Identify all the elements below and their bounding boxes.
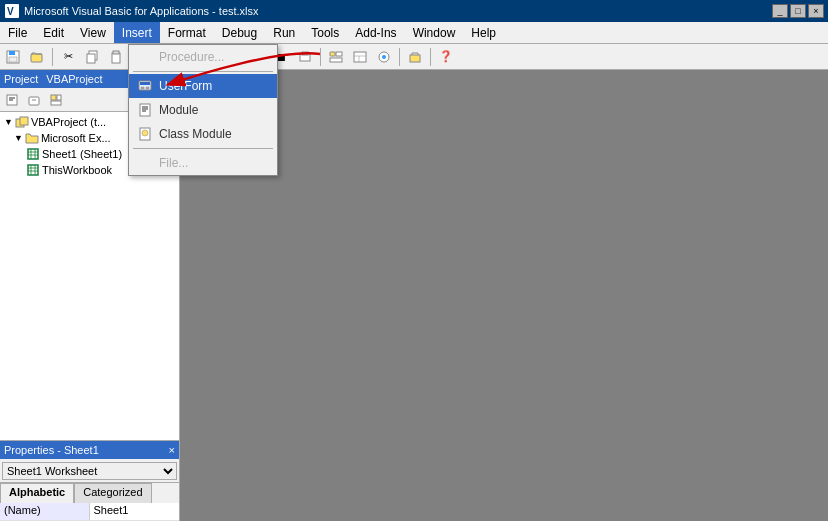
file-icon bbox=[137, 155, 153, 171]
menu-bar: File Edit View Insert Format Debug Run T… bbox=[0, 22, 828, 44]
tree-vbaproject-label: VBAProject (t... bbox=[31, 116, 106, 128]
main-area: Project VBAProject ▼ VBAProject (t... ▼ bbox=[0, 70, 828, 521]
project-toggle-btn[interactable] bbox=[46, 90, 66, 110]
toolbar-separator-1 bbox=[52, 48, 53, 66]
properties-close-btn[interactable]: × bbox=[169, 444, 175, 456]
insert-menu-classmodule[interactable]: Class Module bbox=[129, 122, 277, 146]
svg-rect-30 bbox=[20, 117, 28, 125]
tree-vba-icon bbox=[15, 115, 29, 129]
svg-rect-26 bbox=[51, 95, 56, 100]
vbaproject-label: VBAProject bbox=[46, 73, 102, 85]
svg-rect-4 bbox=[9, 57, 17, 62]
toolbar-separator-5 bbox=[320, 48, 321, 66]
insert-menu-file: File... bbox=[129, 151, 277, 175]
insert-menu-separator-2 bbox=[133, 148, 273, 149]
menu-debug[interactable]: Debug bbox=[214, 22, 265, 43]
svg-rect-42 bbox=[140, 82, 150, 85]
properties-object-select[interactable]: Sheet1 Worksheet bbox=[2, 462, 177, 480]
insert-dropdown-menu: Procedure... UserForm Module Class Modul… bbox=[128, 44, 278, 176]
toolbar-open-btn[interactable] bbox=[26, 46, 48, 68]
menu-insert[interactable]: Insert bbox=[114, 22, 160, 43]
svg-rect-24 bbox=[29, 97, 39, 105]
svg-rect-31 bbox=[28, 149, 38, 159]
svg-rect-43 bbox=[141, 87, 144, 89]
toolbar-toolbox-btn[interactable] bbox=[404, 46, 426, 68]
menu-run[interactable]: Run bbox=[265, 22, 303, 43]
tree-expand-icon-2: ▼ bbox=[14, 133, 23, 143]
procedure-icon bbox=[137, 49, 153, 65]
insert-menu-module[interactable]: Module bbox=[129, 98, 277, 122]
svg-point-50 bbox=[142, 130, 148, 136]
tree-thisworkbook-label: ThisWorkbook bbox=[42, 164, 112, 176]
tab-alphabetic[interactable]: Alphabetic bbox=[0, 483, 74, 503]
module-icon bbox=[137, 102, 153, 118]
tree-expand-icon: ▼ bbox=[4, 117, 13, 127]
svg-rect-28 bbox=[51, 101, 61, 105]
menu-file[interactable]: File bbox=[0, 22, 35, 43]
toolbar-cut-btn[interactable]: ✂ bbox=[57, 46, 79, 68]
prop-key-name: (Name) bbox=[0, 503, 90, 520]
project-label: Project bbox=[4, 73, 38, 85]
svg-rect-5 bbox=[31, 54, 42, 62]
svg-text:V: V bbox=[7, 6, 14, 17]
project-view-code-btn[interactable] bbox=[2, 90, 22, 110]
userform-icon bbox=[137, 78, 153, 94]
toolbar-save-btn[interactable] bbox=[2, 46, 24, 68]
menu-window[interactable]: Window bbox=[405, 22, 464, 43]
insert-menu-procedure: Procedure... bbox=[129, 45, 277, 69]
title-bar: V Microsoft Visual Basic for Application… bbox=[0, 0, 828, 22]
maximize-button[interactable]: □ bbox=[790, 4, 806, 18]
svg-point-19 bbox=[382, 55, 386, 59]
properties-select-bar: Sheet1 Worksheet bbox=[0, 459, 179, 483]
window-title: Microsoft Visual Basic for Applications … bbox=[24, 5, 772, 17]
toolbar-help-btn[interactable]: ❓ bbox=[435, 46, 457, 68]
property-name-row: (Name) Sheet1 bbox=[0, 503, 179, 521]
svg-rect-20 bbox=[410, 55, 420, 62]
svg-rect-13 bbox=[330, 58, 342, 62]
tree-microsoftex-label: Microsoft Ex... bbox=[41, 132, 111, 144]
prop-val-name[interactable]: Sheet1 bbox=[90, 503, 180, 520]
toolbar-objectbrowser-btn[interactable] bbox=[373, 46, 395, 68]
menu-addins[interactable]: Add-Ins bbox=[347, 22, 404, 43]
menu-tools[interactable]: Tools bbox=[303, 22, 347, 43]
toolbar: ✂ 🔍 ↩ ↪ ▶ ⏸ ⏹ ❓ bbox=[0, 44, 828, 70]
svg-rect-45 bbox=[140, 104, 150, 116]
menu-help[interactable]: Help bbox=[463, 22, 504, 43]
project-view-object-btn[interactable] bbox=[24, 90, 44, 110]
properties-tabs: Alphabetic Categorized bbox=[0, 483, 179, 503]
tree-sheet1-label: Sheet1 (Sheet1) bbox=[42, 148, 122, 160]
tree-workbook-icon bbox=[26, 163, 40, 177]
menu-view[interactable]: View bbox=[72, 22, 114, 43]
insert-menu-userform[interactable]: UserForm bbox=[129, 74, 277, 98]
svg-rect-12 bbox=[330, 52, 335, 56]
svg-rect-7 bbox=[87, 54, 95, 63]
classmodule-icon bbox=[137, 126, 153, 142]
toolbar-separator-7 bbox=[430, 48, 431, 66]
svg-rect-44 bbox=[146, 87, 149, 89]
insert-menu-separator bbox=[133, 71, 273, 72]
svg-rect-27 bbox=[57, 95, 61, 100]
toolbar-projectexplorer-btn[interactable] bbox=[325, 46, 347, 68]
svg-rect-15 bbox=[354, 52, 366, 62]
window-controls: _ □ × bbox=[772, 4, 824, 18]
tab-categorized[interactable]: Categorized bbox=[74, 483, 151, 503]
svg-rect-9 bbox=[113, 51, 119, 54]
toolbar-paste-btn[interactable] bbox=[105, 46, 127, 68]
svg-rect-3 bbox=[9, 51, 15, 55]
app-icon: V bbox=[4, 3, 20, 19]
svg-rect-11 bbox=[302, 52, 308, 55]
close-button[interactable]: × bbox=[808, 4, 824, 18]
properties-panel: Properties - Sheet1 × Sheet1 Worksheet A… bbox=[0, 440, 179, 521]
menu-edit[interactable]: Edit bbox=[35, 22, 72, 43]
tree-folder-icon bbox=[25, 131, 39, 145]
toolbar-design-btn[interactable] bbox=[294, 46, 316, 68]
toolbar-copy-btn[interactable] bbox=[81, 46, 103, 68]
properties-header: Properties - Sheet1 × bbox=[0, 441, 179, 459]
properties-table: (Name) Sheet1 bbox=[0, 503, 179, 521]
svg-rect-36 bbox=[28, 165, 38, 175]
tree-sheet-icon bbox=[26, 147, 40, 161]
toolbar-properties-btn[interactable] bbox=[349, 46, 371, 68]
menu-format[interactable]: Format bbox=[160, 22, 214, 43]
minimize-button[interactable]: _ bbox=[772, 4, 788, 18]
svg-rect-14 bbox=[336, 52, 342, 56]
